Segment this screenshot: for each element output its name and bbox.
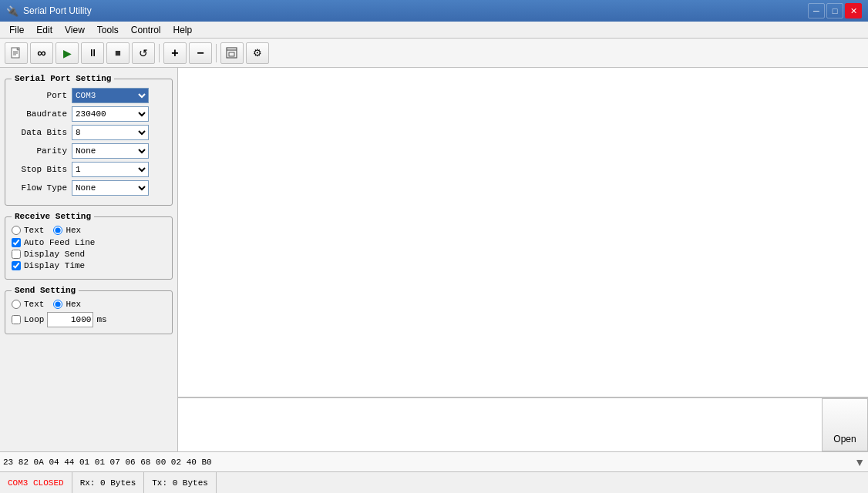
auto-feed-line-checkbox[interactable]: [12, 238, 21, 247]
toolbar-new-button[interactable]: [5, 42, 28, 64]
menu-control[interactable]: Control: [125, 23, 167, 37]
receive-format-group: Text Hex: [12, 226, 166, 235]
receive-setting-group: Receive Setting Text Hex Auto Feed Line …: [5, 212, 173, 280]
app-title: Serial Port Utility: [23, 5, 92, 16]
databits-row: Data Bits 8 5 6 7: [12, 125, 166, 140]
send-setting-legend: Send Setting: [12, 286, 79, 295]
loop-value-input[interactable]: [47, 312, 93, 327]
receive-text-label[interactable]: Text: [12, 226, 44, 235]
menu-edit[interactable]: Edit: [30, 23, 59, 37]
output-area: [178, 68, 868, 397]
send-text-label[interactable]: Text: [12, 300, 44, 309]
toolbar-stop-button[interactable]: ■: [106, 42, 130, 64]
serial-port-setting-group: Serial Port Setting Port COM3 COM1 COM2 …: [5, 74, 173, 206]
send-input[interactable]: [178, 398, 822, 451]
menu-bar: File Edit View Tools Control Help: [0, 22, 868, 39]
menu-help[interactable]: Help: [167, 23, 199, 37]
parity-select[interactable]: None Odd Even Mark Space: [72, 143, 149, 159]
baudrate-select[interactable]: 230400 9600 19200 38400 57600 115200: [72, 106, 149, 122]
stopbits-row: Stop Bits 1 1.5 2: [12, 162, 166, 177]
toolbar-play-button[interactable]: ▶: [56, 42, 79, 64]
toolbar-separator-2: [216, 44, 217, 62]
title-bar: 🔌 Serial Port Utility ─ □ ✕: [0, 0, 868, 22]
loop-checkbox[interactable]: [12, 315, 21, 324]
main-content: Serial Port Setting Port COM3 COM1 COM2 …: [0, 68, 868, 451]
flowtype-select[interactable]: None RTS/CTS XON/XOFF: [72, 180, 149, 196]
send-hex-label[interactable]: Hex: [53, 300, 81, 309]
toolbar-pause-button[interactable]: ⏸: [81, 42, 104, 64]
flowtype-label: Flow Type: [12, 183, 67, 193]
display-time-checkbox[interactable]: [12, 261, 21, 270]
receive-hex-radio[interactable]: [53, 226, 62, 235]
status-empty: [217, 472, 868, 493]
right-panel: Open: [177, 68, 868, 451]
hex-input-bar: ▼: [0, 451, 868, 471]
toolbar-add-button[interactable]: +: [163, 42, 187, 64]
menu-view[interactable]: View: [59, 23, 91, 37]
toolbar: ∞ ▶ ⏸ ■ ↺ + − ⚙: [0, 39, 868, 68]
minimize-button[interactable]: ─: [808, 3, 825, 18]
port-label: Port: [12, 91, 67, 100]
svg-rect-6: [229, 52, 234, 56]
stopbits-select[interactable]: 1 1.5 2: [72, 162, 149, 177]
receive-text-radio[interactable]: [12, 226, 21, 235]
port-select[interactable]: COM3 COM1 COM2 COM4 COM5: [72, 88, 149, 103]
rx-bytes: Rx: 0 Bytes: [72, 472, 145, 493]
toolbar-settings-button[interactable]: ⚙: [246, 42, 269, 64]
toolbar-window-button[interactable]: [220, 42, 244, 64]
window-icon: [226, 47, 238, 59]
input-area: Open: [178, 397, 868, 451]
port-status: COM3 CLOSED: [0, 472, 72, 493]
baudrate-label: Baudrate: [12, 109, 67, 119]
port-row: Port COM3 COM1 COM2 COM4 COM5: [12, 88, 166, 103]
app-icon: 🔌: [6, 5, 19, 17]
menu-file[interactable]: File: [3, 23, 30, 37]
parity-row: Parity None Odd Even Mark Space: [12, 143, 166, 159]
display-time-label[interactable]: Display Time: [12, 261, 166, 270]
title-bar-buttons: ─ □ ✕: [808, 3, 862, 18]
databits-select[interactable]: 8 5 6 7: [72, 125, 149, 140]
loop-label[interactable]: Loop: [12, 315, 44, 324]
baudrate-row: Baudrate 230400 9600 19200 38400 57600 1…: [12, 106, 166, 122]
hex-scroll-icon[interactable]: ▼: [854, 456, 865, 468]
title-bar-left: 🔌 Serial Port Utility: [6, 5, 92, 17]
send-hex-radio[interactable]: [53, 300, 62, 309]
hex-input[interactable]: [3, 458, 849, 467]
serial-port-setting-legend: Serial Port Setting: [12, 74, 114, 83]
auto-feed-line-label[interactable]: Auto Feed Line: [12, 238, 166, 247]
toolbar-separator-1: [159, 44, 160, 62]
databits-label: Data Bits: [12, 128, 67, 137]
tx-bytes: Tx: 0 Bytes: [144, 472, 217, 493]
loop-unit: ms: [96, 315, 106, 324]
status-bar: COM3 CLOSED Rx: 0 Bytes Tx: 0 Bytes: [0, 471, 868, 493]
parity-label: Parity: [12, 146, 67, 156]
flowtype-row: Flow Type None RTS/CTS XON/XOFF: [12, 180, 166, 196]
restore-button[interactable]: □: [826, 3, 843, 18]
close-button[interactable]: ✕: [845, 3, 862, 18]
new-icon: [10, 47, 22, 59]
toolbar-loop-button[interactable]: ∞: [30, 42, 53, 64]
send-text-radio[interactable]: [12, 300, 21, 309]
stopbits-label: Stop Bits: [12, 165, 67, 174]
toolbar-remove-button[interactable]: −: [189, 42, 212, 64]
send-format-group: Text Hex: [12, 300, 166, 309]
open-button[interactable]: Open: [822, 398, 868, 451]
display-send-checkbox[interactable]: [12, 250, 21, 259]
loop-row: Loop ms: [12, 312, 166, 327]
toolbar-refresh-button[interactable]: ↺: [132, 42, 155, 64]
left-panel: Serial Port Setting Port COM3 COM1 COM2 …: [0, 68, 177, 451]
receive-hex-label[interactable]: Hex: [53, 226, 81, 235]
menu-tools[interactable]: Tools: [91, 23, 125, 37]
receive-setting-legend: Receive Setting: [12, 212, 94, 221]
display-send-label[interactable]: Display Send: [12, 250, 166, 259]
send-setting-group: Send Setting Text Hex Loop ms: [5, 286, 173, 334]
